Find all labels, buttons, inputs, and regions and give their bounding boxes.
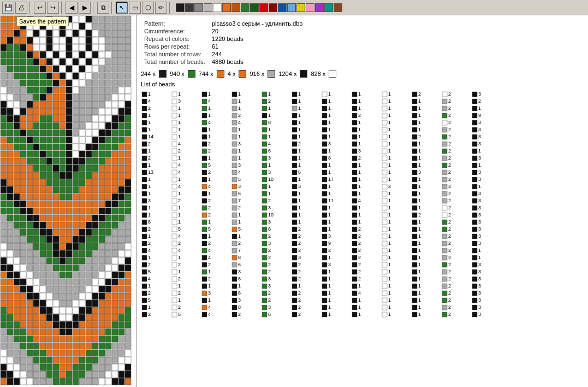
color-brown[interactable]	[334, 3, 342, 12]
separator-4	[111, 2, 114, 14]
count-black: 244 x	[141, 71, 156, 77]
bead-pattern-panel	[0, 15, 136, 387]
fill-tool[interactable]: ⬡	[142, 2, 154, 14]
toolbar: 💾 🖨 ↩ ↪ ◀ ▶ ⧉ ↖ ▭ ⬡ ✏	[0, 0, 588, 15]
color-teal[interactable]	[324, 3, 333, 12]
save-tooltip: Saves the pattern	[16, 16, 69, 26]
count-white: 828 x	[311, 71, 325, 77]
prev-button[interactable]: ◀	[66, 2, 78, 14]
pattern-info: Pattern: picasso3 с серым - удлинить.dbb…	[141, 20, 584, 66]
swatch-darkblack	[300, 70, 307, 78]
separator-1	[29, 2, 32, 14]
rect-tool[interactable]: ▭	[129, 2, 141, 14]
swatch-orange	[217, 70, 224, 78]
count-green: 940 x	[170, 71, 185, 77]
total-rows-value: 244	[209, 50, 306, 58]
color-green[interactable]	[241, 3, 250, 12]
rows-per-repeat-label: Rows per repeat:	[141, 43, 209, 50]
print-button[interactable]: 🖨	[15, 2, 27, 14]
color-black[interactable]	[176, 3, 185, 12]
repeat-value: 1220 beads	[209, 35, 306, 43]
color-light-blue[interactable]	[287, 3, 296, 12]
undo-button[interactable]: ↩	[34, 2, 46, 14]
save-button[interactable]: 💾	[2, 2, 14, 14]
swatch-green	[188, 70, 195, 78]
separator-5	[169, 2, 171, 14]
color-pink[interactable]	[306, 3, 314, 12]
color-dark-orange[interactable]	[231, 3, 240, 12]
color-orange[interactable]	[222, 3, 231, 12]
swatch-black	[159, 70, 167, 78]
separator-2	[61, 2, 63, 14]
right-panel: Pattern: picasso3 с серым - удлинить.dbb…	[136, 15, 588, 387]
bead-list-canvas	[141, 90, 539, 387]
separator-3	[93, 2, 95, 14]
color-light-gray[interactable]	[204, 3, 212, 12]
swatch-orange2	[239, 70, 246, 78]
copy-button[interactable]: ⧉	[97, 2, 109, 14]
redo-button[interactable]: ↪	[47, 2, 59, 14]
color-gray[interactable]	[194, 3, 203, 12]
color-purple[interactable]	[315, 3, 324, 12]
swatch-white	[329, 70, 336, 78]
total-rows-label: Total number of rows:	[141, 50, 209, 58]
count-small: 4 x	[228, 71, 236, 77]
color-dark-green[interactable]	[250, 3, 259, 12]
color-white[interactable]	[213, 3, 222, 12]
color-dark-red[interactable]	[269, 3, 277, 12]
color-yellow[interactable]	[296, 3, 305, 12]
next-button[interactable]: ▶	[79, 2, 91, 14]
color-red[interactable]	[259, 3, 268, 12]
total-beads-label: Total number of beads:	[141, 58, 209, 66]
swatch-gray	[268, 70, 275, 78]
bead-canvas[interactable]	[0, 15, 135, 386]
list-of-beads-title: List of beads	[141, 81, 584, 87]
color-dark-gray[interactable]	[185, 3, 194, 12]
color-blue[interactable]	[278, 3, 287, 12]
main-area: Pattern: picasso3 с серым - удлинить.dbb…	[0, 15, 588, 387]
pen-tool[interactable]: ✏	[155, 2, 167, 14]
total-beads-value: 4880 beads	[209, 58, 306, 66]
count-darkblack: 1204 x	[278, 71, 296, 77]
color-summary: 244 x 940 x 744 x 4 x 916 x 1204 x 828 x	[141, 70, 584, 78]
pattern-filename: picasso3 с серым - удлинить.dbb	[209, 20, 306, 27]
circumference-value: 20	[209, 27, 306, 35]
count-orange: 744 x	[199, 71, 213, 77]
rows-per-repeat-value: 61	[209, 43, 306, 50]
color-palette	[176, 3, 342, 12]
count-gray: 916 x	[250, 71, 264, 77]
circumference-label: Circumference:	[141, 27, 209, 35]
pattern-label: Pattern:	[141, 20, 209, 27]
select-tool[interactable]: ↖	[116, 2, 128, 14]
repeat-label: Repeat of colors:	[141, 35, 209, 43]
